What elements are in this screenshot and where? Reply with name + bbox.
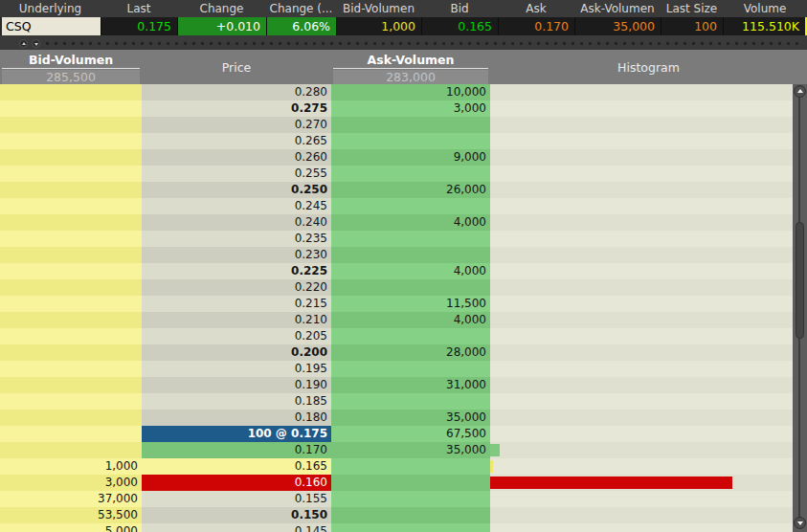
ladder-row: 0.2753,000 [0, 100, 793, 117]
quote-value-volume: 115.510K [723, 17, 807, 35]
price-cell[interactable]: 0.275 [142, 100, 331, 117]
ladder-row: 0.255 [0, 166, 793, 182]
bid-cell[interactable] [0, 182, 142, 198]
bid-cell[interactable]: 37,000 [0, 491, 142, 507]
ask-cell[interactable]: 10,000 [331, 84, 490, 100]
ladder-down-button[interactable] [32, 39, 40, 48]
scrollbar-thumb[interactable] [796, 222, 804, 339]
price-cell[interactable]: 0.200 [142, 344, 331, 361]
bid-cell[interactable] [0, 279, 142, 296]
bid-cell[interactable]: 1,000 [0, 458, 142, 475]
price-cell[interactable]: 0.270 [142, 117, 331, 133]
ask-cell[interactable]: 4,000 [331, 214, 490, 231]
ask-cell[interactable]: 67,500 [331, 426, 490, 442]
bid-cell[interactable]: 5,000 [0, 523, 142, 532]
price-cell[interactable]: 0.245 [142, 198, 331, 214]
price-cell[interactable]: 0.210 [142, 312, 331, 328]
ask-cell[interactable]: 35,000 [331, 410, 490, 426]
price-cell[interactable]: 0.230 [142, 247, 331, 263]
ask-cell[interactable] [331, 231, 490, 247]
price-cell[interactable]: 0.165 [142, 458, 331, 475]
ask-cell[interactable] [331, 491, 490, 507]
bid-cell[interactable] [0, 426, 142, 442]
ask-cell[interactable]: 28,000 [331, 344, 490, 361]
bid-cell[interactable] [0, 328, 142, 344]
price-cell[interactable]: 0.255 [142, 166, 331, 182]
ask-cell[interactable] [331, 458, 490, 475]
price-cell[interactable]: 0.280 [142, 84, 331, 100]
price-cell[interactable]: 0.195 [142, 361, 331, 377]
quote-header-row: UnderlyingLastChangeChange (...Bid-Volum… [0, 0, 807, 17]
bid-cell[interactable] [0, 198, 142, 214]
bid-cell[interactable] [0, 263, 142, 279]
ask-cell[interactable]: 4,000 [331, 263, 490, 279]
price-cell[interactable]: 0.235 [142, 231, 331, 247]
ask-cell[interactable] [331, 361, 490, 377]
bid-cell[interactable] [0, 393, 142, 410]
ask-cell[interactable] [331, 247, 490, 263]
price-cell[interactable]: 0.155 [142, 491, 331, 507]
ask-cell[interactable] [331, 279, 490, 296]
ask-cell[interactable]: 4,000 [331, 312, 490, 328]
price-cell[interactable]: 0.240 [142, 214, 331, 231]
bid-cell[interactable] [0, 377, 142, 393]
bid-cell[interactable] [0, 100, 142, 117]
price-cell[interactable]: 100 @ 0.175 [142, 426, 331, 442]
price-cell[interactable]: 0.185 [142, 393, 331, 410]
bid-cell[interactable] [0, 247, 142, 263]
ask-cell[interactable] [331, 198, 490, 214]
ask-cell[interactable]: 9,000 [331, 149, 490, 166]
price-cell[interactable]: 0.225 [142, 263, 331, 279]
price-cell[interactable]: 0.220 [142, 279, 331, 296]
ladder-row: 0.195 [0, 361, 793, 377]
price-cell[interactable]: 0.250 [142, 182, 331, 198]
price-cell[interactable]: 0.205 [142, 328, 331, 344]
ask-cell[interactable] [331, 523, 490, 532]
histogram-bar [490, 477, 732, 489]
histogram-column-header: Histogram [490, 50, 807, 84]
ladder-row: 0.21511,500 [0, 296, 793, 312]
price-cell[interactable]: 0.190 [142, 377, 331, 393]
ladder-row: 3,0000.160 [0, 475, 793, 491]
bid-cell[interactable] [0, 117, 142, 133]
bid-cell[interactable] [0, 410, 142, 426]
ask-cell[interactable]: 31,000 [331, 377, 490, 393]
scroll-down-button[interactable] [794, 517, 806, 529]
price-cell[interactable]: 0.170 [142, 442, 331, 458]
histogram-cell [490, 149, 793, 166]
price-cell[interactable]: 0.215 [142, 296, 331, 312]
bid-cell[interactable]: 3,000 [0, 475, 142, 491]
ask-cell[interactable]: 11,500 [331, 296, 490, 312]
ask-cell[interactable] [331, 328, 490, 344]
ask-cell[interactable]: 3,000 [331, 100, 490, 117]
scrollbar[interactable] [793, 84, 807, 532]
bid-cell[interactable]: 53,500 [0, 507, 142, 523]
price-cell[interactable]: 0.265 [142, 133, 331, 149]
price-cell[interactable]: 0.150 [142, 507, 331, 523]
ask-cell[interactable]: 35,000 [331, 442, 490, 458]
bid-cell[interactable] [0, 214, 142, 231]
bid-cell[interactable] [0, 149, 142, 166]
price-cell[interactable]: 0.160 [142, 475, 331, 491]
ask-cell[interactable] [331, 393, 490, 410]
ask-cell[interactable] [331, 507, 490, 523]
price-cell[interactable]: 0.260 [142, 149, 331, 166]
ask-cell[interactable] [331, 475, 490, 491]
ask-cell[interactable] [331, 133, 490, 149]
ask-cell[interactable]: 26,000 [331, 182, 490, 198]
ask-cell[interactable] [331, 117, 490, 133]
bid-cell[interactable] [0, 231, 142, 247]
bid-cell[interactable] [0, 344, 142, 361]
bid-cell[interactable] [0, 361, 142, 377]
bid-cell[interactable] [0, 296, 142, 312]
scroll-up-button[interactable] [794, 85, 806, 98]
bid-cell[interactable] [0, 442, 142, 458]
bid-cell[interactable] [0, 312, 142, 328]
bid-cell[interactable] [0, 133, 142, 149]
bid-cell[interactable] [0, 84, 142, 100]
price-cell[interactable]: 0.180 [142, 410, 331, 426]
bid-cell[interactable] [0, 166, 142, 182]
ladder-up-button[interactable] [19, 39, 28, 48]
ask-cell[interactable] [331, 166, 490, 182]
price-cell[interactable]: 0.145 [142, 523, 331, 532]
